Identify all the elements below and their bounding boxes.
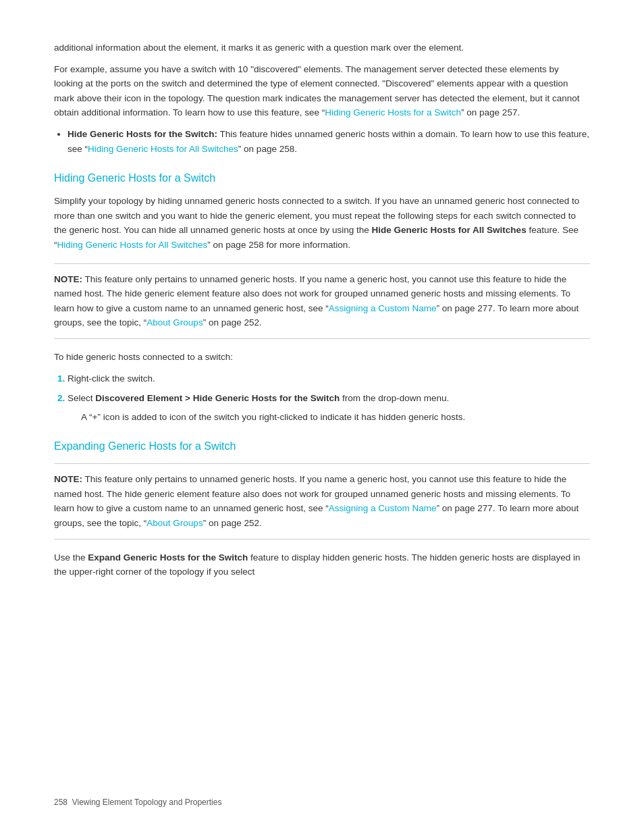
section2-body1-text: Use the <box>54 552 88 563</box>
footer-page-number: 258 <box>54 798 68 807</box>
step2-sub: A “+” icon is added to icon of the switc… <box>81 410 590 425</box>
steps-list: Right-click the switch. Select Discovere… <box>68 371 590 425</box>
note1-label: NOTE: <box>54 274 82 284</box>
section1-heading: Hiding Generic Hosts for a Switch <box>54 172 590 184</box>
hiding-generic-hosts-switch-link[interactable]: Hiding Generic Hosts for a Switch <box>325 107 461 118</box>
note-box-1: NOTE: This feature only pertains to unna… <box>54 263 590 339</box>
intro-para2: For example, assume you have a switch wi… <box>54 62 590 120</box>
bullet-item1-end: ” on page 258. <box>238 144 297 154</box>
hiding-generic-hosts-all-switches-link-2[interactable]: Hiding Generic Hosts for All Switches <box>57 240 208 250</box>
about-groups-link-2[interactable]: About Groups <box>146 518 203 528</box>
section1-body1-bold: Hide Generic Hosts for All Switches <box>372 225 527 235</box>
page-footer: 258 Viewing Element Topology and Propert… <box>54 798 221 807</box>
step2-pre: Select <box>68 393 95 403</box>
step2-end: from the drop-down menu. <box>340 393 449 403</box>
bullet-item1-bold: Hide Generic Hosts for the Switch: <box>68 129 217 139</box>
note2-label: NOTE: <box>54 474 82 484</box>
about-groups-link-1[interactable]: About Groups <box>146 317 203 328</box>
bullet-item-1: Hide Generic Hosts for the Switch: This … <box>68 127 590 156</box>
page-container: additional information about the element… <box>0 0 644 834</box>
section2-body1: Use the Expand Generic Hosts for the Swi… <box>54 550 590 579</box>
note-box-2: NOTE: This feature only pertains to unna… <box>54 463 590 539</box>
step2-bold: Discovered Element > Hide Generic Hosts … <box>95 393 340 403</box>
note2-content: NOTE: This feature only pertains to unna… <box>54 472 590 530</box>
note1-content: NOTE: This feature only pertains to unna… <box>54 272 590 330</box>
hiding-generic-hosts-all-switches-link-1[interactable]: Hiding Generic Hosts for All Switches <box>88 144 238 154</box>
section2-heading: Expanding Generic Hosts for a Switch <box>54 440 590 452</box>
feature-bullet-list: Hide Generic Hosts for the Switch: This … <box>68 127 590 156</box>
section2-body1-bold: Expand Generic Hosts for the Switch <box>88 552 248 563</box>
step-1: Right-click the switch. <box>68 371 590 386</box>
intro-para2-end: ” on page 257. <box>461 107 520 118</box>
step1-text: Right-click the switch. <box>68 373 155 384</box>
assigning-custom-name-link-1[interactable]: Assigning a Custom Name <box>329 303 437 313</box>
section1-body1-end2: ” on page 258 for more information. <box>207 240 350 250</box>
assigning-custom-name-link-2[interactable]: Assigning a Custom Name <box>329 503 437 513</box>
to-hide-para: To hide generic hosts connected to a swi… <box>54 350 590 365</box>
footer-title: Viewing Element Topology and Properties <box>72 798 222 807</box>
step-2: Select Discovered Element > Hide Generic… <box>68 391 590 424</box>
section1-body1: Simplify your topology by hiding unnamed… <box>54 194 590 252</box>
note2-end: ” on page 252. <box>203 518 262 528</box>
intro-para1: additional information about the element… <box>54 41 590 55</box>
intro-para1-text: additional information about the element… <box>54 43 464 53</box>
note1-end: ” on page 252. <box>203 317 262 328</box>
